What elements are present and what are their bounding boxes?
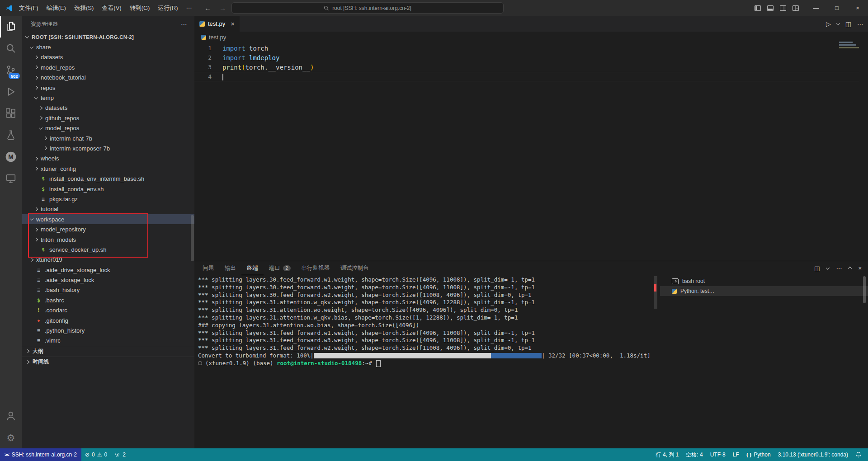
close-button[interactable]: × (847, 0, 868, 16)
tree-item-internlm-xcomposer-7b[interactable]: internlm-xcomposer-7b (22, 143, 194, 153)
sidebar-section-outline[interactable]: 大纲 (22, 346, 194, 356)
tree-item-.condarc[interactable]: !.condarc (22, 306, 194, 315)
tree-item-xtuner019[interactable]: xtuner019 (22, 255, 194, 265)
tree-item-.aide_storage_lock[interactable]: ≡.aide_storage_lock (22, 275, 194, 285)
toggle-panel-icon[interactable] (767, 5, 774, 12)
tab-close-icon[interactable]: × (231, 20, 235, 28)
tree-item-.bashrc[interactable]: $.bashrc (22, 295, 194, 305)
problems-status[interactable]: ⊘ 0 ⚠ 0 (81, 448, 111, 461)
panel-more-actions-icon[interactable]: ⋯ (836, 265, 842, 272)
close-panel-icon[interactable]: × (858, 265, 862, 272)
split-terminal-icon[interactable]: ◫ (814, 265, 820, 272)
terminal-output[interactable]: *** splitting layers.30.feed_forward.w1.… (194, 276, 656, 367)
tree-item-xtuner_config[interactable]: xtuner_config (22, 164, 194, 174)
activity-m-extension[interactable]: M (0, 146, 22, 168)
code-editor[interactable]: 1import torch2import lmdeploy3print(torc… (194, 43, 859, 81)
doc-file-icon: ≡ (35, 328, 42, 334)
menu-item-2[interactable]: 选择(S) (70, 3, 98, 13)
accounts-icon[interactable] (0, 405, 22, 427)
tree-item-install_conda_env_internlm_base.sh[interactable]: $install_conda_env_internlm_base.sh (22, 174, 194, 183)
activity-run-debug[interactable] (0, 81, 22, 103)
menu-item-5[interactable]: 运行(R) (154, 3, 182, 13)
editor-more-actions-icon[interactable]: ⋯ (857, 20, 863, 28)
eol-status[interactable]: LF (729, 448, 743, 461)
activity-remote-explorer[interactable] (0, 168, 22, 189)
settings-gear-icon[interactable]: ⚙ (0, 427, 22, 448)
activity-extensions[interactable] (0, 103, 22, 124)
sidebar-section-timeline[interactable]: 时间线 (22, 357, 194, 367)
notifications-bell-icon[interactable] (852, 448, 865, 461)
cursor-position[interactable]: 行 4, 列 1 (652, 448, 683, 461)
activity-search[interactable] (0, 38, 22, 59)
menu-item-6[interactable]: ⋯ (182, 3, 196, 13)
tree-item-service_docker_up.sh[interactable]: $service_docker_up.sh (22, 245, 194, 254)
terminal-list-item-Python: test…[interactable]: Python: test… (660, 286, 868, 296)
remote-indicator[interactable]: >< SSH: ssh.intern-ai.org.cn-2 (0, 448, 81, 461)
menu-item-3[interactable]: 查看(V) (98, 3, 125, 13)
tree-item-.python_history[interactable]: ≡.python_history (22, 325, 194, 335)
tree-item-github_repos[interactable]: github_repos (22, 113, 194, 123)
tree-item-ROOT [SSH: SSH.INTERN-AI.ORG.CN-2][interactable]: ROOT [SSH: SSH.INTERN-AI.ORG.CN-2] (22, 32, 194, 42)
panel-tab-终端[interactable]: 终端 (241, 261, 264, 275)
run-python-file-icon[interactable]: ▷ (826, 20, 831, 28)
maximize-button[interactable]: □ (826, 0, 847, 16)
encoding-status[interactable]: UTF-8 (707, 448, 729, 461)
menu-item-4[interactable]: 转到(G) (126, 3, 154, 13)
tree-item-model_repository[interactable]: model_repository (22, 224, 194, 234)
tree-item-repos[interactable]: repos (22, 83, 194, 93)
activity-testing[interactable] (0, 124, 22, 146)
menu-item-1[interactable]: 编辑(E) (42, 3, 70, 13)
activity-explorer[interactable] (0, 16, 22, 38)
maximize-panel-icon[interactable] (848, 266, 852, 270)
indentation-status[interactable]: 空格: 4 (682, 448, 706, 461)
tree-item-model_repos[interactable]: model_repos (22, 62, 194, 72)
panel-tab-调试控制台[interactable]: 调试控制台 (335, 261, 374, 275)
forwarded-ports-status[interactable]: 2 (111, 448, 129, 461)
minimize-button[interactable]: — (806, 0, 826, 16)
toggle-sidebar-icon[interactable] (754, 5, 761, 12)
tree-item-.bash_history[interactable]: ≡.bash_history (22, 285, 194, 295)
sidebar-scrollbar[interactable] (191, 215, 194, 261)
panel-tab-串行监视器[interactable]: 串行监视器 (296, 261, 335, 275)
back-arrow-icon[interactable]: ← (204, 4, 211, 12)
terminal-dropdown-icon[interactable] (826, 266, 830, 269)
breadcrumb[interactable]: test.py (194, 32, 868, 43)
tree-item-tutorial[interactable]: tutorial (22, 204, 194, 214)
split-editor-icon[interactable]: ◫ (845, 20, 851, 28)
tree-item-label: .bash_history (45, 287, 80, 293)
terminal-line: *** splitting layers.31.feed_forward.w3.… (198, 337, 656, 344)
tree-item-share[interactable]: share (22, 42, 194, 52)
tab-test-py[interactable]: test.py × (194, 16, 240, 32)
minimap[interactable] (839, 42, 860, 50)
toggle-secondary-sidebar-icon[interactable] (779, 5, 787, 12)
tree-item-wheels[interactable]: wheels (22, 154, 194, 164)
panel-tab-问题[interactable]: 问题 (197, 261, 219, 275)
tree-item-.vimrc[interactable]: ≡.vimrc (22, 336, 194, 346)
terminal-list-scrollbar[interactable] (863, 276, 866, 303)
tree-item-workspace[interactable]: workspace (22, 214, 194, 224)
tree-item-triton_models[interactable]: triton_models (22, 235, 194, 245)
tree-item-.gitconfig[interactable]: ◆.gitconfig (22, 315, 194, 325)
language-mode[interactable]: { } Python (743, 448, 774, 461)
customize-layout-icon[interactable] (792, 5, 799, 12)
tree-item-datasets[interactable]: datasets (22, 52, 194, 62)
tree-item-pkgs.tar.gz[interactable]: ≡pkgs.tar.gz (22, 194, 194, 204)
terminal-list-item-bash root[interactable]: bash root (660, 276, 868, 286)
menu-item-0[interactable]: 文件(F) (15, 3, 42, 13)
tree-item-temp[interactable]: temp (22, 93, 194, 103)
panel-tab-端口[interactable]: 端口2 (264, 261, 296, 275)
forward-arrow-icon[interactable]: → (219, 4, 226, 12)
activity-source-control[interactable]: 502 (0, 59, 22, 81)
run-dropdown-icon[interactable] (836, 21, 840, 25)
panel-tab-输出[interactable]: 输出 (219, 261, 241, 275)
tree-item-internlm-chat-7b[interactable]: internlm-chat-7b (22, 133, 194, 143)
tree-item-notebook_tutorial[interactable]: notebook_tutorial (22, 73, 194, 83)
tree-item-install_conda_env.sh[interactable]: $install_conda_env.sh (22, 184, 194, 194)
python-interpreter[interactable]: 3.10.13 ('xtuner0.1.9': conda) (774, 448, 852, 461)
tree-item-model_repos[interactable]: model_repos (22, 123, 194, 133)
tree-item-.aide_drive_storage_lock[interactable]: ≡.aide_drive_storage_lock (22, 265, 194, 275)
sidebar-more-actions-icon[interactable]: ⋯ (181, 20, 187, 28)
tree-item-datasets[interactable]: datasets (22, 103, 194, 113)
terminal-scrollbar[interactable] (654, 276, 657, 309)
command-center-search[interactable]: root [SSH: ssh.intern-ai.org.cn-2] (231, 2, 504, 14)
